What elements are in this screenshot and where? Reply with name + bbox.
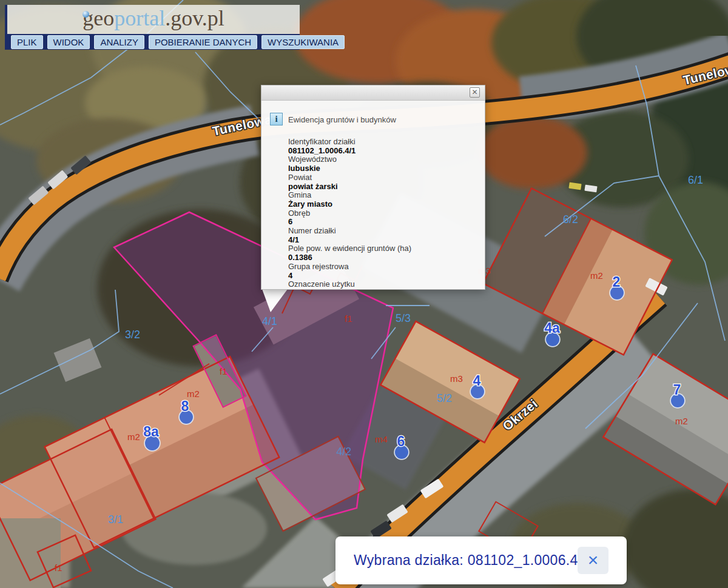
- svg-text:6: 6: [397, 433, 405, 449]
- svg-text:4: 4: [473, 373, 481, 389]
- logo-gov: .gov.pl: [165, 6, 224, 30]
- logo-geo: geo: [83, 6, 114, 30]
- parcel-label: 6/1: [688, 174, 703, 186]
- building-label: m2: [127, 432, 140, 442]
- parcel-label: 3/1: [108, 513, 123, 526]
- popup-close-button[interactable]: ✕: [470, 87, 480, 98]
- house-number-marker-8a[interactable]: 8a: [143, 424, 160, 450]
- field-label: Obręb: [288, 209, 480, 218]
- header-panel: geoportal.gov.pl PLIK WIDOK ANALIZY POBI…: [5, 5, 300, 50]
- menu-item-wyszukiwania[interactable]: WYSZUKIWANIA: [261, 35, 345, 49]
- main-menu: PLIK WIDOK ANALIZY POBIERANIE DANYCH WYS…: [7, 34, 300, 50]
- field-label: Województwo: [288, 155, 480, 164]
- menu-item-analizy[interactable]: ANALIZY: [94, 35, 144, 49]
- building-label: m2: [675, 416, 688, 426]
- status-text: Wybrana działka: 081102_1.0006.4/1: [354, 536, 590, 584]
- field-value: 6: [288, 218, 480, 227]
- svg-text:8a: 8a: [143, 424, 159, 439]
- field-label: Gmina: [288, 191, 480, 200]
- house-number-marker-4a[interactable]: 4a: [544, 320, 560, 346]
- parcel-attributes: Identyfikator działki 081102_1.0006.4/1 …: [288, 138, 480, 290]
- building-label: f1: [55, 563, 62, 573]
- building-label: m4: [375, 434, 388, 444]
- field-value: Żary miasto: [288, 200, 480, 209]
- field-label: Oznaczenie użytku: [288, 280, 480, 289]
- logo-globe-icon: [83, 11, 89, 18]
- parcel-label: 6/2: [563, 213, 578, 226]
- field-label: Identyfikator działki: [288, 138, 480, 147]
- selected-parcel-statusbar: Wybrana działka: 081102_1.0006.4/1 ×: [335, 536, 627, 584]
- building-label: m3: [450, 373, 463, 384]
- field-value: 4/1: [288, 236, 480, 245]
- svg-text:7: 7: [673, 382, 681, 398]
- popup-title: Ewidencja gruntów i budynków: [288, 115, 396, 124]
- parcel-label: 5/3: [396, 312, 411, 324]
- info-popup: ✕ i Ewidencja gruntów i budynków Identyf…: [261, 85, 485, 290]
- field-label: Numer działki: [288, 227, 480, 236]
- menu-item-plik[interactable]: PLIK: [11, 35, 43, 49]
- field-value: 0.1386: [288, 253, 480, 262]
- field-value: 081102_1.0006.4/1: [288, 147, 480, 156]
- field-value: 4: [288, 272, 480, 281]
- parcel-label: 5/2: [437, 392, 452, 404]
- geoportal-app: Tunelowa Tunelowa Okrzei 3/2 4/1 5/3 5/2…: [0, 0, 728, 588]
- building-label: f1: [345, 313, 352, 324]
- building-label: f1: [220, 366, 228, 376]
- svg-text:4a: 4a: [544, 320, 560, 336]
- building-label: m2: [187, 389, 200, 399]
- parcel-label: 3/2: [125, 329, 140, 341]
- popup-tail: [261, 289, 291, 313]
- field-label: Powiat: [288, 173, 480, 182]
- field-value: lubuskie: [288, 164, 480, 173]
- info-icon: i: [270, 113, 283, 125]
- logo-portal: portal: [114, 6, 165, 30]
- parcel-label: 4/1: [262, 315, 277, 327]
- geoportal-logo: geoportal.gov.pl: [7, 6, 300, 30]
- svg-text:2: 2: [613, 274, 621, 290]
- statusbar-close-button[interactable]: ×: [578, 547, 608, 574]
- popup-titlebar[interactable]: [261, 85, 485, 101]
- field-label: Pole pow. w ewidencji gruntów (ha): [288, 244, 480, 253]
- menu-item-widok[interactable]: WIDOK: [47, 35, 90, 49]
- building-label: m2: [590, 270, 603, 281]
- menu-item-pobieranie-danych[interactable]: POBIERANIE DANYCH: [149, 35, 257, 49]
- svg-text:8: 8: [181, 398, 189, 414]
- field-value: powiat żarski: [288, 182, 480, 192]
- field-label: Grupa rejestrowa: [288, 262, 480, 272]
- parcel-label: 4/2: [336, 446, 351, 458]
